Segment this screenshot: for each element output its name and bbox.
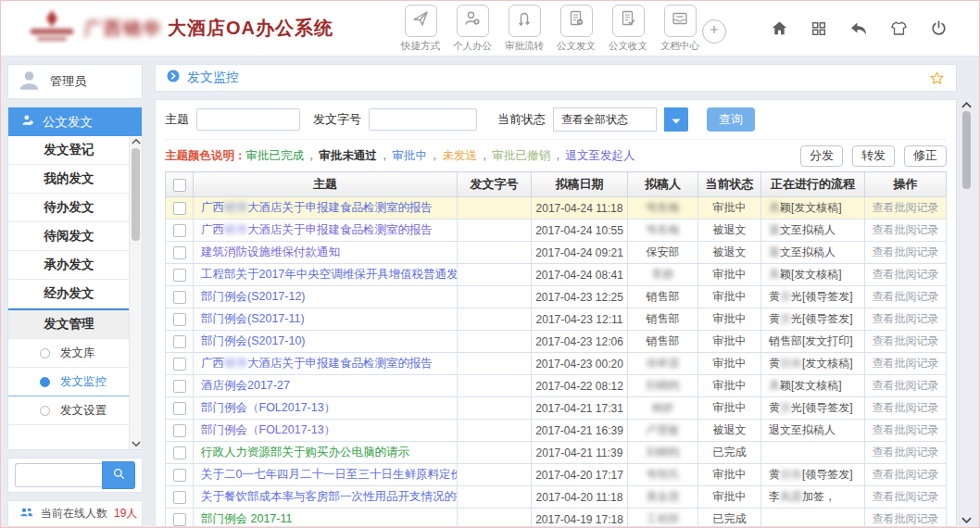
row-subject-link[interactable]: 工程部关于2017年中央空调维保开具增值税普通发票的请示 [201, 268, 458, 281]
row-subject-link[interactable]: 部门例会(S2017-12) [201, 290, 306, 303]
row-subject-link[interactable]: 关于餐饮部成本率与客房部一次性用品开支情况的报告 锦财报[2017]5号 [201, 490, 458, 503]
view-records-link[interactable]: 查看批阅记录 [873, 379, 939, 392]
row-checkbox[interactable] [173, 269, 186, 282]
view-records-link[interactable]: 查看批阅记录 [873, 201, 939, 214]
row-checkbox[interactable] [173, 424, 186, 437]
table-row[interactable]: 行政人力资源部关于购买办公电脑的请示 2017-04-21 11:39 刘晓鸥 … [166, 442, 947, 464]
theme-shirt-icon[interactable] [890, 19, 908, 37]
table-row[interactable]: 部门例会 2017-11 2017-04-19 17:18 工程部 已完成 查看… [166, 509, 947, 528]
sidebar-item[interactable]: 待办发文 [8, 194, 130, 222]
sidebar-section-outgoing[interactable]: 公文发文 [8, 107, 142, 136]
sidebar-subitem[interactable]: 发文设置 [8, 396, 130, 425]
row-subject-link[interactable]: 建筑消防设施维保付款通知 [201, 245, 340, 258]
row-subject-link[interactable]: 酒店例会2017-27 [201, 379, 290, 392]
sidebar-subitem[interactable]: 发文监控 [8, 368, 130, 396]
table-row[interactable]: 广西锦华大酒店关于申报建食品检测室的报告 2017-04-23 00:20 张翠… [166, 353, 947, 375]
row-checkbox[interactable] [173, 402, 186, 415]
view-records-link[interactable]: 查看批阅记录 [873, 245, 939, 258]
view-records-link[interactable]: 查看批阅记录 [873, 290, 939, 303]
scrollbar-thumb[interactable] [962, 111, 971, 189]
table-row[interactable]: 关于二0一七年四月二十一日至三十日生鲜原料定价的报告 2017-04-20 17… [166, 464, 947, 486]
doc-no-filter-input[interactable] [369, 108, 477, 131]
power-icon[interactable] [930, 19, 948, 37]
main-scrollbar[interactable] [961, 99, 973, 527]
sidebar-item[interactable]: 我的发文 [8, 165, 130, 194]
view-records-link[interactable]: 查看批阅记录 [873, 312, 939, 325]
table-row[interactable]: 部门例会(S2017-10) 2017-04-23 12:06 销售部 审批中 … [166, 331, 947, 353]
action-button-2[interactable]: 修正 [904, 145, 947, 167]
scroll-up-icon[interactable] [132, 138, 141, 145]
view-records-link[interactable]: 查看批阅记录 [873, 490, 939, 503]
view-records-link[interactable]: 查看批阅记录 [873, 423, 939, 436]
row-subject-link[interactable]: 部门例会(S2017-10) [201, 334, 306, 347]
search-button[interactable] [102, 461, 135, 489]
row-subject-link[interactable]: 广西锦华大酒店关于申报建食品检测室的报告 [201, 201, 433, 214]
row-checkbox[interactable] [173, 358, 186, 371]
row-checkbox[interactable] [173, 513, 186, 526]
search-input[interactable] [15, 463, 102, 487]
table-row[interactable]: 部门例会(S2017-12) 2017-04-23 12:25 销售部 审批中 … [166, 286, 947, 308]
status-select-caret[interactable] [664, 107, 688, 132]
row-checkbox[interactable] [173, 202, 186, 215]
table-row[interactable]: 关于餐饮部成本率与客房部一次性用品开支情况的报告 锦财报[2017]5号 201… [166, 486, 947, 509]
row-subject-link[interactable]: 部门例会（FOL2017-13） [201, 401, 335, 414]
table-row[interactable]: 酒店例会2017-27 2017-04-22 08:12 刘晓鸥 审批中 真颖[… [166, 375, 947, 397]
toolbar-person-office[interactable]: 个人办公 [450, 5, 495, 53]
row-checkbox[interactable] [173, 246, 186, 259]
row-subject-link[interactable]: 部门例会(S2017-11) [201, 312, 305, 325]
row-checkbox[interactable] [173, 380, 186, 393]
view-records-link[interactable]: 查看批阅记录 [873, 512, 939, 525]
toolbar-flow-uturn[interactable]: 审批流转 [502, 5, 547, 53]
sidebar-item[interactable]: 承办发文 [8, 251, 130, 280]
view-records-link[interactable]: 查看批阅记录 [873, 268, 939, 281]
table-row[interactable]: 部门例会(S2017-11) 2017-04-23 12:11 销售部 审批中 … [166, 308, 947, 331]
table-row[interactable]: 部门例会（FOL2017-13） 2017-04-21 16:39 卢慧敏 被退… [166, 420, 947, 442]
row-checkbox[interactable] [173, 313, 186, 326]
table-row[interactable]: 部门例会（FOL2017-13） 2017-04-21 17:31 林婷 审批中… [166, 397, 947, 420]
row-checkbox[interactable] [173, 469, 186, 482]
sidebar-item[interactable]: 发文登记 [8, 136, 130, 165]
sidebar-scrollbar[interactable] [129, 136, 142, 449]
row-subject-link[interactable]: 行政人力资源部关于购买办公电脑的请示 [201, 446, 409, 459]
view-records-link[interactable]: 查看批阅记录 [873, 334, 939, 347]
toolbar-doc-in[interactable]: 公文收文 [606, 5, 650, 53]
toolbar-archive-tray[interactable]: 文档中心 [658, 5, 702, 53]
action-button-1[interactable]: 转发 [852, 145, 895, 167]
scrollbar-thumb[interactable] [132, 148, 140, 241]
sidebar-item-manage[interactable]: 发文管理 [8, 308, 130, 339]
table-row[interactable]: 广西锦华大酒店关于申报建食品检测室的报告 2017-04-24 10:55 韦青… [166, 220, 947, 242]
home-icon[interactable] [771, 19, 788, 37]
row-subject-link[interactable]: 广西锦华大酒店关于申报建食品检测室的报告 [201, 357, 433, 370]
row-subject-link[interactable]: 关于二0一七年四月二十一日至三十日生鲜原料定价的报告 [201, 468, 458, 481]
back-arrow-icon[interactable] [849, 19, 868, 38]
scroll-down-icon[interactable] [961, 517, 972, 524]
query-button[interactable]: 查询 [707, 107, 755, 132]
view-records-link[interactable]: 查看批阅记录 [873, 468, 939, 481]
row-checkbox[interactable] [173, 335, 186, 348]
sidebar-subitem[interactable]: 发文库 [8, 339, 130, 368]
table-row[interactable]: 工程部关于2017年中央空调维保开具增值税普通发票的请示 2017-04-24 … [166, 264, 947, 286]
view-records-link[interactable]: 查看批阅记录 [873, 223, 939, 236]
apps-grid-icon[interactable] [810, 20, 827, 37]
select-all-checkbox[interactable] [173, 179, 186, 192]
scroll-up-icon[interactable] [961, 101, 972, 108]
row-checkbox[interactable] [173, 491, 186, 504]
row-checkbox[interactable] [173, 446, 186, 459]
row-checkbox[interactable] [173, 291, 186, 304]
status-select[interactable]: 查看全部状态 [553, 107, 657, 132]
scroll-down-icon[interactable] [132, 441, 141, 447]
add-shortcut-button[interactable] [702, 19, 726, 44]
row-subject-link[interactable]: 广西锦华大酒店关于申报建食品检测室的报告 [201, 223, 433, 236]
sidebar-item[interactable]: 待阅发文 [8, 222, 130, 251]
row-subject-link[interactable]: 部门例会（FOL2017-13） [201, 423, 335, 436]
toolbar-doc-out[interactable]: 公文发文 [554, 5, 598, 53]
sidebar-item[interactable]: 经办发文 [8, 280, 130, 308]
row-checkbox[interactable] [173, 224, 186, 237]
subject-filter-input[interactable] [196, 108, 300, 131]
row-subject-link[interactable]: 部门例会 2017-11 [201, 512, 292, 525]
view-records-link[interactable]: 查看批阅记录 [873, 446, 939, 459]
view-records-link[interactable]: 查看批阅记录 [873, 401, 939, 414]
view-records-link[interactable]: 查看批阅记录 [873, 357, 939, 370]
toolbar-send[interactable]: 快捷方式 [398, 5, 443, 53]
action-button-0[interactable]: 分发 [800, 145, 843, 167]
